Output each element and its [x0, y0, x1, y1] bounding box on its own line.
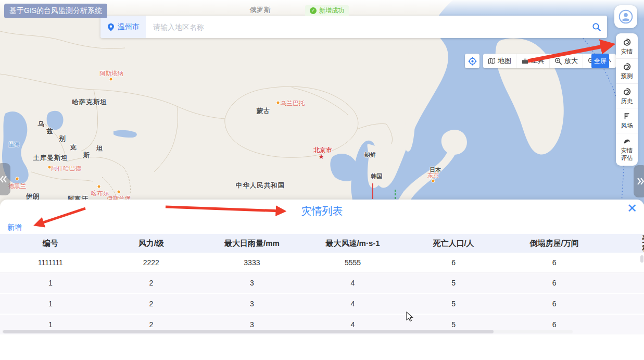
- map-icon: [488, 57, 496, 65]
- table-header-row: 编号 风力/级 最大日雨量/mm 最大风速/m·s-1 死亡人口/人 倒塌房屋/…: [0, 234, 644, 253]
- selected-city: 温州市: [118, 22, 140, 32]
- chevron-double-right-icon: [636, 177, 644, 185]
- cell: 1: [0, 273, 101, 294]
- cell: 6: [504, 273, 605, 294]
- sidebar-item-label: 历史: [620, 97, 634, 105]
- cell: 2: [101, 293, 202, 314]
- right-tools-panel: 灾情 预测 历史 风场 灾情评估: [616, 33, 638, 166]
- col-header: 受灾面积/1: [604, 234, 644, 253]
- col-header: 编号: [0, 234, 101, 253]
- sidebar-item-disaster[interactable]: 灾情: [616, 34, 638, 58]
- close-icon[interactable]: ✕: [627, 202, 637, 215]
- crosshair-locate-icon: [468, 57, 477, 66]
- table-row[interactable]: 1111111 2222 3333 5555 6 6: [0, 253, 644, 273]
- cell: 1: [0, 293, 101, 314]
- cell: 2222: [101, 253, 202, 273]
- vertical-scrollbar-thumb[interactable]: [640, 255, 643, 263]
- col-header: 死亡人口/人: [403, 234, 504, 253]
- locate-button[interactable]: [465, 54, 479, 68]
- add-record-button[interactable]: 新增: [7, 223, 22, 232]
- zoom-in-label: 放大: [564, 56, 578, 66]
- disaster-table: 编号 风力/级 最大日雨量/mm 最大风速/m·s-1 死亡人口/人 倒塌房屋/…: [0, 234, 644, 336]
- col-header: 最大风速/m·s-1: [302, 234, 403, 253]
- pan-left-button[interactable]: [0, 163, 10, 195]
- chevron-double-left-icon: [0, 175, 8, 183]
- cell: 5555: [302, 253, 403, 273]
- success-toast: ✓ 新增成功: [305, 5, 349, 16]
- location-pin-icon: [107, 23, 115, 31]
- user-avatar-icon: [618, 9, 634, 24]
- col-header: 最大日雨量/mm: [201, 234, 302, 253]
- cell: 3: [201, 273, 302, 294]
- sidebar-item-label: 预测: [620, 72, 634, 80]
- cell: [604, 314, 644, 335]
- check-circle-icon: ✓: [310, 7, 317, 14]
- zoom-in-icon: [554, 57, 562, 65]
- sidebar-item-assessment[interactable]: 灾情评估: [616, 133, 638, 165]
- sidebar-item-forecast[interactable]: 预测: [616, 58, 638, 83]
- pan-right-button[interactable]: [634, 165, 644, 197]
- typhoon-icon: [623, 38, 631, 46]
- map-type-button[interactable]: 地图: [483, 54, 516, 68]
- cell: 6: [403, 253, 504, 273]
- tools-button[interactable]: 工具: [516, 54, 549, 68]
- app-window: 俄罗斯 哈萨克斯坦 蒙古 土库曼斯坦 伊朗 阿富汗 中华人民共和国 朝鲜 韩国 …: [0, 0, 644, 360]
- sidebar-item-windfield[interactable]: 风场: [616, 108, 638, 132]
- search-input[interactable]: [146, 16, 586, 38]
- table-row[interactable]: 1 2 3 4 5 6: [0, 273, 644, 294]
- cell: 4: [302, 273, 403, 294]
- search-button[interactable]: [586, 16, 607, 38]
- sidebar-item-label: 灾情: [620, 48, 634, 55]
- magnifier-icon: [592, 22, 601, 32]
- col-header: 倒塌房屋/万间: [504, 234, 605, 253]
- cell: 2: [101, 273, 202, 294]
- cell: [604, 293, 644, 314]
- app-title-badge: 基于GIS的台风监测分析系统: [4, 4, 107, 18]
- horizontal-scrollbar-thumb[interactable]: [3, 330, 494, 333]
- table-row[interactable]: 1 2 3 4 5 6: [0, 293, 644, 314]
- cell: [604, 273, 644, 294]
- typhoon-icon: [623, 63, 631, 71]
- typhoon-icon: [623, 88, 631, 96]
- cell: 5: [403, 293, 504, 314]
- search-bar: 温州市: [100, 16, 607, 38]
- user-avatar-button[interactable]: [614, 5, 637, 28]
- wind-flag-icon: [623, 112, 631, 120]
- disaster-list-panel: 灾情列表 ✕ 新增 编号 风力/级 最大日雨量/mm 最大风速/m·s-1 死亡…: [0, 200, 644, 360]
- sidebar-item-label: 风场: [620, 122, 634, 129]
- cell: 5: [403, 273, 504, 294]
- map-type-label: 地图: [498, 56, 511, 66]
- zoom-in-button[interactable]: 放大: [549, 54, 583, 68]
- cell: 3: [201, 293, 302, 314]
- cell: 3333: [201, 253, 302, 273]
- cell: 1111111: [0, 253, 101, 273]
- cell: 6: [504, 293, 605, 314]
- cell: [604, 253, 644, 273]
- panel-title: 灾情列表: [0, 204, 644, 218]
- toast-message: 新增成功: [319, 6, 344, 15]
- city-selector[interactable]: 温州市: [100, 16, 146, 38]
- tools-label: 工具: [531, 56, 545, 66]
- cell: 6: [504, 253, 605, 273]
- cell: 4: [302, 293, 403, 314]
- fullscreen-button[interactable]: 全屏: [591, 54, 609, 68]
- tool-briefcase-icon: [521, 57, 529, 65]
- wave-icon: [623, 137, 631, 145]
- col-header: 风力/级: [101, 234, 202, 253]
- sidebar-item-label: 灾情评估: [620, 147, 634, 162]
- sidebar-item-history[interactable]: 历史: [616, 83, 638, 108]
